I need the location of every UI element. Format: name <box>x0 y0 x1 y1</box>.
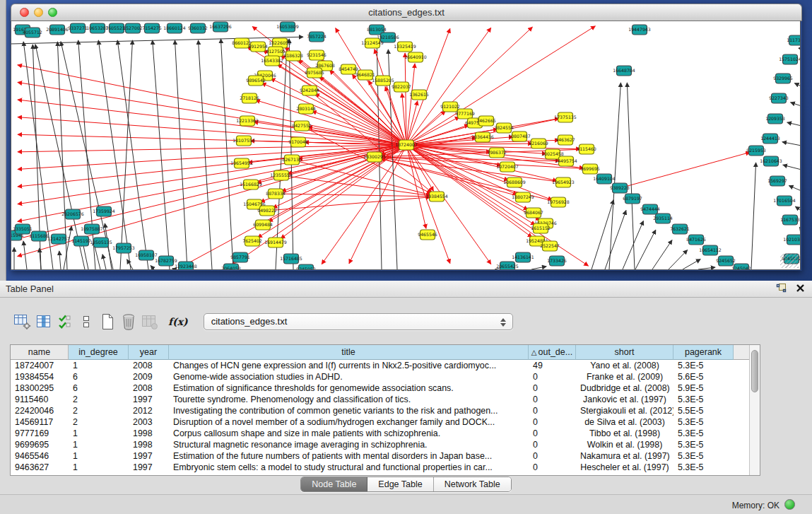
graph-node[interactable]: 1117305 <box>787 35 801 45</box>
table-cell-year[interactable]: 1997 <box>129 394 169 405</box>
graph-node[interactable]: 17016504 <box>773 196 796 206</box>
graph-node[interactable]: 1527002 <box>123 23 143 33</box>
column-header-short[interactable]: short <box>576 345 673 360</box>
table-row[interactable]: 1830029562008Estimation of significance … <box>11 382 760 394</box>
graph-node[interactable]: 7632621 <box>670 224 690 234</box>
table-cell-pagerank[interactable]: 5.9E-5 <box>673 382 734 394</box>
table-source-dropdown[interactable]: citations_edges.txt <box>204 313 513 330</box>
table-cell-in_degree[interactable]: 6 <box>69 371 129 382</box>
table-row[interactable]: 1872400712008Changes of HCN gene express… <box>11 360 760 371</box>
graph-node[interactable]: 1209358 <box>765 114 785 124</box>
new-document-icon[interactable] <box>98 313 117 331</box>
table-cell-in_degree[interactable]: 2 <box>69 416 129 428</box>
table-cell-year[interactable]: 2012 <box>129 405 169 416</box>
graph-node[interactable]: 18107554 <box>233 136 255 146</box>
table-row[interactable]: 946554611997Estimation of the future num… <box>11 450 760 462</box>
graph-node[interactable]: 20655425 <box>496 262 519 270</box>
memory-status-icon[interactable] <box>784 499 795 510</box>
table-cell-year[interactable]: 2003 <box>129 416 169 428</box>
table-row[interactable]: 911546021997Tourette syndrome. Phenomeno… <box>11 394 760 405</box>
table-cell-in_degree[interactable]: 1 <box>69 360 129 371</box>
graph-node[interactable]: 8427552 <box>292 121 312 131</box>
table-cell-name[interactable]: 19384554 <box>11 371 69 382</box>
graph-node[interactable]: 16053809 <box>276 22 299 32</box>
graph-node[interactable]: 9242844 <box>300 86 319 95</box>
table-cell-name[interactable]: 18300295 <box>11 382 69 394</box>
tab-network-table[interactable]: Network Table <box>434 477 511 491</box>
graph-node[interactable]: 9231546 <box>307 50 326 60</box>
graph-node[interactable]: 19654952 <box>230 158 253 168</box>
citation-network-graph[interactable]: 1916519405571220891406933727110653287160… <box>11 21 801 270</box>
table-cell-out_degree[interactable]: 0 <box>529 405 576 416</box>
graph-node[interactable]: 12124549 <box>361 38 384 48</box>
graph-node[interactable]: 19384554 <box>425 192 448 201</box>
table-cell-pagerank[interactable]: 5.3E-5 <box>673 360 734 371</box>
float-panel-icon[interactable] <box>776 283 787 293</box>
graph-node[interactable]: 8878334 <box>266 189 286 199</box>
graph-node[interactable]: 1362615 <box>409 90 429 100</box>
table-row[interactable]: 2242004622012Investigating the contribut… <box>11 405 760 416</box>
graph-node[interactable]: 12213363 <box>236 116 259 126</box>
graph-node[interactable]: 1245042 <box>731 264 751 270</box>
graph-node[interactable]: 9170046 <box>288 137 308 147</box>
graph-node[interactable]: 19654923 <box>552 177 575 187</box>
network-canvas[interactable]: 1916519405571220891406933727110653287160… <box>11 21 801 270</box>
table-cell-title[interactable]: Disruption of a novel member of a sodium… <box>169 416 529 428</box>
table-cell-in_degree[interactable]: 1 <box>69 439 129 450</box>
graph-node[interactable]: 9227343 <box>769 93 789 103</box>
table-cell-title[interactable]: Corpus callosum shape and size in male p… <box>169 428 529 439</box>
table-cell-short[interactable]: Tibbo et al. (1998) <box>576 428 673 439</box>
table-cell-short[interactable]: Yano et al. (2008) <box>576 360 673 371</box>
graph-node[interactable]: 18660124 <box>163 23 186 33</box>
table-options-icon[interactable] <box>13 313 32 331</box>
window-resize-grip-icon[interactable] <box>780 254 799 268</box>
graph-node[interactable]: 20364436 <box>471 132 494 142</box>
graph-node[interactable]: 1733426 <box>547 256 567 266</box>
table-cell-year[interactable]: 1997 <box>129 450 169 462</box>
delete-table-trash-icon[interactable] <box>119 313 138 331</box>
graph-node[interactable]: 19756928 <box>547 197 570 207</box>
graph-node[interactable]: 19447943 <box>628 25 651 35</box>
table-row[interactable]: 1938455462009Genome-wide association stu… <box>11 371 760 382</box>
graph-node[interactable]: 20891406 <box>46 25 69 35</box>
graph-node[interactable]: 8912954 <box>248 42 268 52</box>
graph-node[interactable]: 6216069 <box>529 139 548 148</box>
table-cell-title[interactable]: Genome-wide association studies in ADHD. <box>169 371 529 382</box>
column-header-in_degree[interactable]: in_degree <box>69 345 129 360</box>
table-cell-in_degree[interactable]: 1 <box>69 450 129 462</box>
table-cell-year[interactable]: 2008 <box>129 382 169 394</box>
graph-node[interactable]: 10654112 <box>699 245 722 255</box>
graph-node[interactable]: 7154275 <box>142 23 162 33</box>
table-cell-short[interactable]: Dudbridge et al. (2008) <box>576 382 673 394</box>
graph-node[interactable]: 9684067 <box>524 208 543 218</box>
table-cell-title[interactable]: Changes of HCN gene expression and I(f) … <box>169 360 529 371</box>
table-cell-pagerank[interactable]: 5.5E-5 <box>673 405 734 416</box>
graph-node[interactable]: 9822037 <box>392 82 411 92</box>
graph-node[interactable]: 10210345 <box>783 235 801 245</box>
graph-node[interactable]: 10720407 <box>496 162 519 172</box>
column-header-out_degree[interactable]: △out_de... <box>529 345 576 360</box>
table-cell-name[interactable]: 22420046 <box>11 405 69 416</box>
graph-node[interactable]: 4055712 <box>23 28 42 37</box>
table-cell-short[interactable]: Stergiakouli et al. (2012) <box>576 405 673 416</box>
table-cell-out_degree[interactable]: 49 <box>529 360 576 371</box>
graph-node[interactable]: 2803144 <box>296 104 316 114</box>
table-cell-out_degree[interactable]: 0 <box>529 382 576 394</box>
graph-node[interactable]: 15166829 <box>240 180 262 189</box>
table-cell-out_degree[interactable]: 0 <box>529 450 576 462</box>
graph-node[interactable]: 16782759 <box>155 256 177 266</box>
graph-node[interactable]: 7857224 <box>307 32 326 42</box>
graph-node[interactable]: 9463627 <box>555 135 575 145</box>
graph-node[interactable]: 17957253 <box>112 243 135 253</box>
graph-node[interactable]: 1115686 <box>29 231 49 241</box>
graph-node[interactable]: 9465546 <box>418 230 437 240</box>
function-builder-icon[interactable]: f(x) <box>168 316 188 327</box>
graph-node[interactable]: 7625402 <box>242 236 262 246</box>
graph-node[interactable]: 9245652 <box>716 256 736 266</box>
graph-node[interactable]: 1167533 <box>780 215 800 225</box>
table-cell-title[interactable]: Structural magnetic resonance image aver… <box>169 439 529 450</box>
table-cell-in_degree[interactable]: 1 <box>69 462 129 473</box>
graph-node[interactable]: 8975685 <box>305 68 324 78</box>
graph-node[interactable]: 13325419 <box>394 42 416 52</box>
stacked-rows-icon[interactable] <box>76 313 95 331</box>
